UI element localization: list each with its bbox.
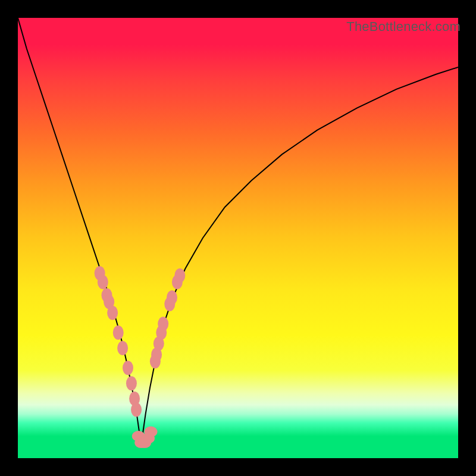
marker-dot [144,427,157,437]
marker-dot [113,325,124,340]
data-markers [18,18,458,458]
marker-dot [117,341,128,355]
marker-dot [98,275,108,289]
marker-dot [123,361,133,375]
plot-area: TheBottleneck.com [18,18,458,458]
marker-dot [126,376,137,390]
marker-dot [158,317,168,331]
marker-dot [167,290,177,305]
watermark-text: TheBottleneck.com [346,19,461,35]
chart-canvas: TheBottleneck.com [0,0,476,476]
marker-dot [131,403,142,417]
marker-dot [107,306,118,320]
marker-dot [174,268,185,283]
